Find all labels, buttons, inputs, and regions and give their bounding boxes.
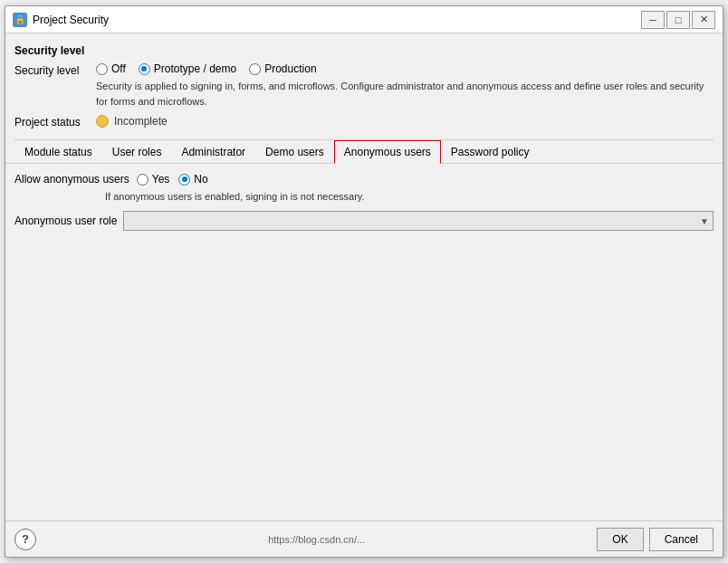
allow-anon-label: Allow anonymous users [14, 173, 129, 186]
radio-no-circle [178, 174, 190, 186]
tabs-bar: Module status User roles Administrator D… [5, 140, 723, 164]
radio-yes-label: Yes [152, 173, 170, 186]
project-status-row: Project status Incomplete [14, 114, 714, 129]
security-level-radio-group: Off Prototype / demo Production [96, 62, 714, 75]
footer-url-text: https://blog.csdn.cn/... [268, 534, 365, 545]
tab-user-roles[interactable]: User roles [102, 140, 172, 164]
main-content: Security level Security level Off Protot… [5, 33, 723, 520]
anon-role-dropdown[interactable]: ▼ [123, 211, 714, 231]
footer-left: ? [14, 529, 36, 550]
ok-button[interactable]: OK [597, 528, 643, 551]
anon-role-row: Anonymous user role ▼ [14, 211, 714, 231]
status-dot-icon [96, 115, 109, 128]
minimize-button[interactable]: ─ [641, 11, 665, 29]
tab-content-anonymous-users: Allow anonymous users Yes No If anonymou… [14, 164, 714, 520]
anon-help-text: If anonymous users is enabled, signing i… [105, 191, 714, 202]
radio-yes[interactable]: Yes [137, 173, 170, 186]
cancel-button[interactable]: Cancel [649, 528, 714, 551]
window-title: Project Security [33, 14, 641, 26]
tab-administrator[interactable]: Administrator [171, 140, 255, 164]
window-controls: ─ □ ✕ [641, 11, 715, 29]
tab-module-status[interactable]: Module status [14, 140, 102, 164]
dropdown-arrow-icon: ▼ [700, 216, 709, 226]
maximize-button[interactable]: □ [666, 11, 690, 29]
radio-production[interactable]: Production [249, 62, 316, 75]
tab-demo-users[interactable]: Demo users [255, 140, 334, 164]
radio-off-label: Off [111, 62, 126, 75]
radio-production-label: Production [264, 62, 316, 75]
security-level-row: Security level Off Prototype / demo Prod… [14, 62, 714, 109]
radio-prototype-circle [139, 63, 150, 75]
security-level-label: Security level [14, 62, 96, 77]
project-status-label: Project status [14, 114, 96, 129]
project-security-window: 🔒 Project Security ─ □ ✕ Security level … [5, 5, 723, 558]
close-button[interactable]: ✕ [692, 11, 715, 29]
radio-prototype-label: Prototype / demo [154, 62, 236, 75]
footer-url: https://blog.csdn.cn/... [36, 533, 597, 546]
status-text: Incomplete [114, 115, 168, 128]
title-bar: 🔒 Project Security ─ □ ✕ [5, 6, 723, 33]
tab-password-policy[interactable]: Password policy [441, 140, 540, 164]
footer-right: OK Cancel [597, 528, 714, 551]
help-button[interactable]: ? [14, 529, 36, 550]
security-section-header: Security level [14, 44, 714, 57]
footer: ? https://blog.csdn.cn/... OK Cancel [5, 520, 723, 557]
tab-anonymous-users[interactable]: Anonymous users [334, 140, 441, 164]
radio-production-circle [249, 63, 261, 75]
radio-prototype[interactable]: Prototype / demo [139, 62, 236, 75]
security-level-controls: Off Prototype / demo Production Security… [96, 62, 714, 109]
window-icon: 🔒 [13, 13, 27, 27]
security-help-text: Security is applied to signing in, forms… [96, 79, 714, 109]
radio-yes-circle [137, 174, 148, 186]
anon-role-label: Anonymous user role [14, 215, 123, 227]
project-status-value: Incomplete [96, 115, 168, 128]
radio-no[interactable]: No [178, 173, 207, 186]
radio-off-circle [96, 63, 108, 75]
radio-off[interactable]: Off [96, 62, 126, 75]
radio-no-label: No [194, 173, 207, 186]
allow-anon-row: Allow anonymous users Yes No [14, 173, 714, 186]
